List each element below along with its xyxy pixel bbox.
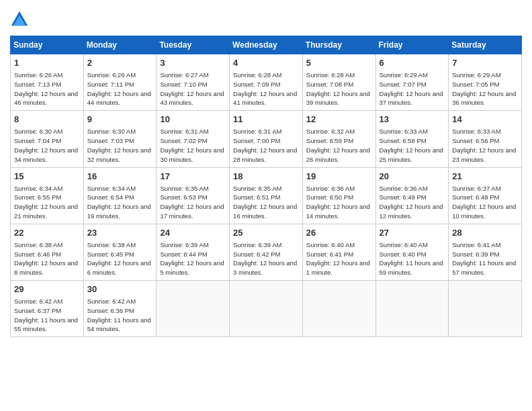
day-info: Sunrise: 6:33 AMSunset: 6:58 PMDaylight:… bbox=[380, 127, 445, 164]
day-info: Sunrise: 6:31 AMSunset: 7:02 PMDaylight:… bbox=[160, 127, 226, 164]
day-info: Sunrise: 6:35 AMSunset: 6:51 PMDaylight:… bbox=[233, 184, 299, 221]
day-header-thursday: Thursday bbox=[302, 36, 375, 54]
day-info: Sunrise: 6:26 AMSunset: 7:11 PMDaylight:… bbox=[87, 71, 153, 107]
day-cell-9: 9Sunrise: 6:30 AMSunset: 7:03 PMDaylight… bbox=[83, 111, 157, 167]
day-cell-7: 7Sunrise: 6:29 AMSunset: 7:05 PMDaylight… bbox=[449, 54, 522, 111]
week-row-1: 1Sunrise: 6:26 AMSunset: 7:13 PMDaylight… bbox=[11, 54, 522, 111]
days-header-row: SundayMondayTuesdayWednesdayThursdayFrid… bbox=[11, 36, 522, 54]
day-cell-2: 2Sunrise: 6:26 AMSunset: 7:11 PMDaylight… bbox=[83, 54, 157, 111]
day-info: Sunrise: 6:36 AMSunset: 6:49 PMDaylight:… bbox=[380, 184, 445, 221]
page-header bbox=[10, 10, 522, 29]
day-number: 27 bbox=[380, 227, 445, 239]
day-number: 1 bbox=[14, 57, 80, 69]
day-info: Sunrise: 6:32 AMSunset: 6:59 PMDaylight:… bbox=[306, 127, 372, 164]
week-row-4: 22Sunrise: 6:38 AMSunset: 6:46 PMDayligh… bbox=[11, 224, 522, 280]
day-info: Sunrise: 6:30 AMSunset: 7:04 PMDaylight:… bbox=[14, 127, 80, 164]
day-cell-10: 10Sunrise: 6:31 AMSunset: 7:02 PMDayligh… bbox=[157, 111, 230, 167]
day-number: 18 bbox=[233, 171, 299, 183]
day-number: 16 bbox=[87, 171, 153, 183]
day-number: 23 bbox=[87, 227, 153, 239]
day-info: Sunrise: 6:29 AMSunset: 7:05 PMDaylight:… bbox=[452, 71, 518, 107]
day-cell-6: 6Sunrise: 6:29 AMSunset: 7:07 PMDaylight… bbox=[375, 54, 449, 111]
day-info: Sunrise: 6:33 AMSunset: 6:56 PMDaylight:… bbox=[452, 127, 518, 164]
day-info: Sunrise: 6:31 AMSunset: 7:00 PMDaylight:… bbox=[233, 127, 299, 164]
day-header-monday: Monday bbox=[83, 36, 157, 54]
day-number: 21 bbox=[452, 171, 518, 183]
day-info: Sunrise: 6:29 AMSunset: 7:07 PMDaylight:… bbox=[380, 71, 445, 107]
day-number: 6 bbox=[380, 57, 445, 69]
day-cell-20: 20Sunrise: 6:36 AMSunset: 6:49 PMDayligh… bbox=[375, 167, 449, 224]
day-number: 22 bbox=[14, 227, 80, 239]
day-info: Sunrise: 6:42 AMSunset: 6:36 PMDaylight:… bbox=[87, 297, 153, 334]
day-number: 12 bbox=[306, 113, 372, 126]
day-number: 8 bbox=[14, 113, 80, 126]
day-number: 2 bbox=[87, 57, 153, 69]
day-header-sunday: Sunday bbox=[11, 36, 84, 54]
day-cell-30: 30Sunrise: 6:42 AMSunset: 6:36 PMDayligh… bbox=[83, 281, 157, 337]
day-number: 3 bbox=[160, 57, 226, 69]
week-row-2: 8Sunrise: 6:30 AMSunset: 7:04 PMDaylight… bbox=[11, 111, 522, 167]
day-info: Sunrise: 6:40 AMSunset: 6:41 PMDaylight:… bbox=[306, 240, 372, 277]
day-header-tuesday: Tuesday bbox=[157, 36, 230, 54]
day-cell-15: 15Sunrise: 6:34 AMSunset: 6:55 PMDayligh… bbox=[11, 167, 84, 224]
day-info: Sunrise: 6:36 AMSunset: 6:50 PMDaylight:… bbox=[306, 184, 372, 221]
day-info: Sunrise: 6:34 AMSunset: 6:55 PMDaylight:… bbox=[14, 184, 80, 221]
day-number: 7 bbox=[452, 57, 518, 69]
day-cell-17: 17Sunrise: 6:35 AMSunset: 6:53 PMDayligh… bbox=[157, 167, 230, 224]
day-number: 26 bbox=[306, 227, 372, 239]
day-info: Sunrise: 6:27 AMSunset: 7:10 PMDaylight:… bbox=[160, 71, 226, 107]
day-cell-25: 25Sunrise: 6:39 AMSunset: 6:42 PMDayligh… bbox=[230, 224, 303, 280]
empty-cell bbox=[230, 281, 303, 337]
day-info: Sunrise: 6:28 AMSunset: 7:09 PMDaylight:… bbox=[233, 71, 299, 107]
day-info: Sunrise: 6:34 AMSunset: 6:54 PMDaylight:… bbox=[87, 184, 153, 221]
day-info: Sunrise: 6:28 AMSunset: 7:08 PMDaylight:… bbox=[306, 71, 372, 107]
empty-cell bbox=[375, 281, 449, 337]
week-row-5: 29Sunrise: 6:42 AMSunset: 6:37 PMDayligh… bbox=[11, 281, 522, 337]
day-info: Sunrise: 6:38 AMSunset: 6:46 PMDaylight:… bbox=[14, 240, 80, 277]
day-cell-23: 23Sunrise: 6:38 AMSunset: 6:45 PMDayligh… bbox=[83, 224, 157, 280]
day-number: 10 bbox=[160, 113, 226, 126]
empty-cell bbox=[157, 281, 230, 337]
day-number: 30 bbox=[87, 283, 153, 295]
empty-cell bbox=[302, 281, 375, 337]
day-number: 25 bbox=[233, 227, 299, 239]
day-cell-27: 27Sunrise: 6:40 AMSunset: 6:40 PMDayligh… bbox=[375, 224, 449, 280]
calendar: SundayMondayTuesdayWednesdayThursdayFrid… bbox=[10, 36, 522, 337]
day-header-saturday: Saturday bbox=[449, 36, 522, 54]
day-cell-19: 19Sunrise: 6:36 AMSunset: 6:50 PMDayligh… bbox=[302, 167, 375, 224]
day-number: 9 bbox=[87, 113, 153, 126]
day-cell-14: 14Sunrise: 6:33 AMSunset: 6:56 PMDayligh… bbox=[449, 111, 522, 167]
day-info: Sunrise: 6:38 AMSunset: 6:45 PMDaylight:… bbox=[87, 240, 153, 277]
day-info: Sunrise: 6:26 AMSunset: 7:13 PMDaylight:… bbox=[14, 71, 80, 107]
day-info: Sunrise: 6:39 AMSunset: 6:42 PMDaylight:… bbox=[233, 240, 299, 277]
day-cell-18: 18Sunrise: 6:35 AMSunset: 6:51 PMDayligh… bbox=[230, 167, 303, 224]
day-cell-26: 26Sunrise: 6:40 AMSunset: 6:41 PMDayligh… bbox=[302, 224, 375, 280]
day-info: Sunrise: 6:41 AMSunset: 6:39 PMDaylight:… bbox=[452, 240, 518, 277]
day-number: 19 bbox=[306, 171, 372, 183]
day-cell-24: 24Sunrise: 6:39 AMSunset: 6:44 PMDayligh… bbox=[157, 224, 230, 280]
day-number: 17 bbox=[160, 171, 226, 183]
day-cell-28: 28Sunrise: 6:41 AMSunset: 6:39 PMDayligh… bbox=[449, 224, 522, 280]
week-row-3: 15Sunrise: 6:34 AMSunset: 6:55 PMDayligh… bbox=[11, 167, 522, 224]
day-cell-21: 21Sunrise: 6:37 AMSunset: 6:48 PMDayligh… bbox=[449, 167, 522, 224]
day-number: 4 bbox=[233, 57, 299, 69]
day-cell-11: 11Sunrise: 6:31 AMSunset: 7:00 PMDayligh… bbox=[230, 111, 303, 167]
day-number: 20 bbox=[380, 171, 445, 183]
day-info: Sunrise: 6:37 AMSunset: 6:48 PMDaylight:… bbox=[452, 184, 518, 221]
day-number: 29 bbox=[14, 283, 80, 295]
day-number: 14 bbox=[452, 113, 518, 126]
day-number: 5 bbox=[306, 57, 372, 69]
day-cell-5: 5Sunrise: 6:28 AMSunset: 7:08 PMDaylight… bbox=[302, 54, 375, 111]
day-cell-16: 16Sunrise: 6:34 AMSunset: 6:54 PMDayligh… bbox=[83, 167, 157, 224]
day-number: 13 bbox=[380, 113, 445, 126]
day-cell-29: 29Sunrise: 6:42 AMSunset: 6:37 PMDayligh… bbox=[11, 281, 84, 337]
day-number: 28 bbox=[452, 227, 518, 239]
logo-icon bbox=[10, 10, 29, 29]
day-cell-1: 1Sunrise: 6:26 AMSunset: 7:13 PMDaylight… bbox=[11, 54, 84, 111]
day-cell-13: 13Sunrise: 6:33 AMSunset: 6:58 PMDayligh… bbox=[375, 111, 449, 167]
day-info: Sunrise: 6:40 AMSunset: 6:40 PMDaylight:… bbox=[380, 240, 445, 277]
day-info: Sunrise: 6:35 AMSunset: 6:53 PMDaylight:… bbox=[160, 184, 226, 221]
day-info: Sunrise: 6:39 AMSunset: 6:44 PMDaylight:… bbox=[160, 240, 226, 277]
day-info: Sunrise: 6:30 AMSunset: 7:03 PMDaylight:… bbox=[87, 127, 153, 164]
day-cell-12: 12Sunrise: 6:32 AMSunset: 6:59 PMDayligh… bbox=[302, 111, 375, 167]
